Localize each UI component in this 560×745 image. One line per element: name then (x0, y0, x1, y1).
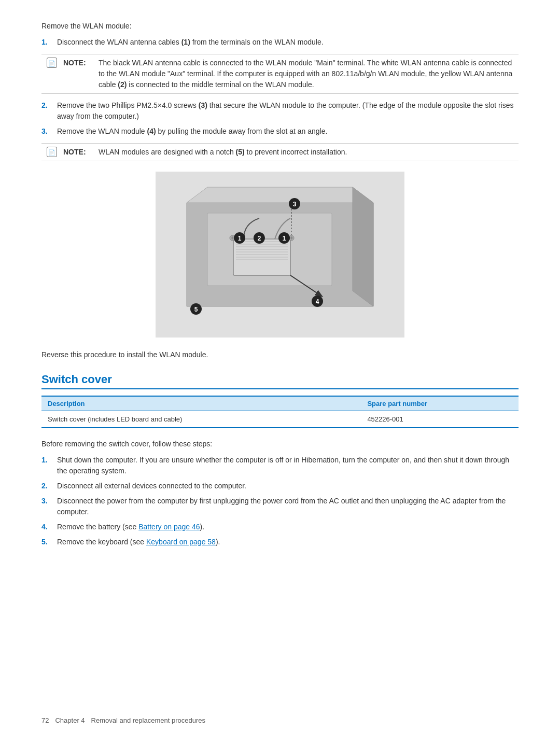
note-icon-2: 📄 (47, 147, 57, 157)
note-icon-1: 📄 (47, 58, 57, 68)
switch-step-3: 3. Disconnect the power from the compute… (41, 496, 519, 517)
svg-marker-2 (187, 187, 373, 203)
wlan-steps-2-3: 2. Remove the two Phillips PM2.5×4.0 scr… (41, 100, 519, 137)
keyboard-link[interactable]: Keyboard on page 58 (146, 538, 216, 546)
svg-text:3: 3 (293, 201, 297, 208)
step-num-3: 3. (41, 126, 57, 137)
step-text-2: Remove the two Phillips PM2.5×4.0 screws… (57, 100, 519, 122)
svg-text:1: 1 (283, 235, 286, 242)
table-cell-part-number: 452226-001 (361, 411, 519, 428)
wlan-diagram: 1 1 2 3 4 5 (156, 172, 404, 338)
svg-text:2: 2 (258, 235, 261, 242)
footer-page-num: 72 (41, 716, 49, 724)
step-item-2: 2. Remove the two Phillips PM2.5×4.0 scr… (41, 100, 519, 122)
switch-step-num-4: 4. (41, 522, 57, 532)
section-heading: Switch cover (41, 373, 519, 389)
table-cell-description: Switch cover (includes LED board and cab… (41, 411, 361, 428)
switch-step-text-4: Remove the battery (see Battery on page … (57, 522, 519, 532)
table-header-part-number: Spare part number (361, 396, 519, 411)
svg-text:4: 4 (316, 298, 319, 305)
note-box-2: 📄 NOTE: WLAN modules are designed with a… (41, 143, 519, 161)
step-item-3: 3. Remove the WLAN module (4) by pulling… (41, 126, 519, 137)
table-row: Switch cover (includes LED board and cab… (41, 411, 519, 428)
footer-chapter: Chapter 4 (55, 716, 85, 724)
parts-table: Description Spare part number Switch cov… (41, 396, 519, 428)
switch-step-4: 4. Remove the battery (see Battery on pa… (41, 522, 519, 532)
before-steps-text: Before removing the switch cover, follow… (41, 439, 519, 449)
wlan-steps: 1. Disconnect the WLAN antenna cables (1… (41, 37, 519, 48)
svg-text:5: 5 (194, 306, 198, 313)
note-label-1: NOTE: (63, 58, 94, 90)
switch-step-num-5: 5. (41, 537, 57, 547)
switch-step-num-1: 1. (41, 455, 57, 476)
switch-step-num-2: 2. (41, 481, 57, 491)
switch-step-text-3: Disconnect the power from the computer b… (57, 496, 519, 517)
table-header-row: Description Spare part number (41, 396, 519, 411)
table-header-description: Description (41, 396, 361, 411)
battery-link[interactable]: Battery on page 46 (138, 523, 200, 531)
switch-steps: 1. Shut down the computer. If you are un… (41, 455, 519, 547)
step-num-1: 1. (41, 37, 57, 48)
page-content: Remove the WLAN module: 1. Disconnect th… (41, 21, 519, 547)
footer-chapter-title: Removal and replacement procedures (91, 716, 205, 724)
step-text-1: Disconnect the WLAN antenna cables (1) f… (57, 37, 519, 48)
switch-step-2: 2. Disconnect all external devices conne… (41, 481, 519, 491)
step-text-3: Remove the WLAN module (4) by pulling th… (57, 126, 519, 137)
switch-step-text-2: Disconnect all external devices connecte… (57, 481, 519, 491)
note-text-2: WLAN modules are designed with a notch (… (99, 147, 347, 158)
note-label-2: NOTE: (63, 147, 94, 158)
step-num-2: 2. (41, 100, 57, 122)
svg-text:1: 1 (238, 235, 242, 242)
switch-step-5: 5. Remove the keyboard (see Keyboard on … (41, 537, 519, 547)
intro-text: Remove the WLAN module: (41, 21, 519, 32)
switch-step-text-1: Shut down the computer. If you are unsur… (57, 455, 519, 476)
note-box-1: 📄 NOTE: The black WLAN antenna cable is … (41, 54, 519, 94)
switch-step-num-3: 3. (41, 496, 57, 517)
note-text-1: The black WLAN antenna cable is connecte… (99, 58, 513, 90)
switch-step-1: 1. Shut down the computer. If you are un… (41, 455, 519, 476)
step-item-1: 1. Disconnect the WLAN antenna cables (1… (41, 37, 519, 48)
svg-marker-3 (353, 187, 373, 306)
diagram-container: 1 1 2 3 4 5 (41, 172, 519, 339)
page-footer: 72 Chapter 4 Removal and replacement pro… (41, 716, 205, 724)
reverse-text: Reverse this procedure to install the WL… (41, 349, 519, 360)
switch-step-text-5: Remove the keyboard (see Keyboard on pag… (57, 537, 519, 547)
